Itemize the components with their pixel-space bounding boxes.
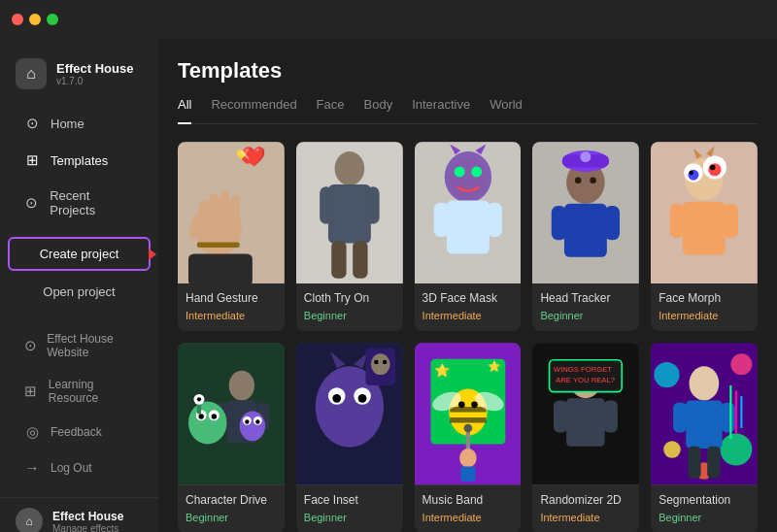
svg-text:💊: 💊 <box>236 149 253 165</box>
tab-all[interactable]: All <box>178 97 191 124</box>
template-name-hand-gesture: Hand Gesture <box>186 291 277 305</box>
sidebar-item-home[interactable]: ⊙ Home <box>8 106 151 141</box>
svg-point-106 <box>731 354 753 376</box>
svg-rect-5 <box>210 193 219 230</box>
svg-rect-14 <box>320 186 332 223</box>
tab-body[interactable]: Body <box>364 97 393 116</box>
sidebar-item-effect-house-website[interactable]: ⊙ Effect House Website <box>8 323 151 368</box>
svg-rect-99 <box>554 401 567 433</box>
minimize-button[interactable] <box>29 14 41 25</box>
svg-point-44 <box>690 171 693 175</box>
template-info-head-tracker: Head TrackerBeginner <box>532 283 639 331</box>
template-card-cloth-try-on[interactable]: Cloth Try OnBeginner <box>296 142 403 331</box>
svg-rect-100 <box>604 401 618 433</box>
sidebar-item-home-label: Home <box>51 116 84 131</box>
website-icon: ⊙ <box>23 337 37 354</box>
create-project-button[interactable]: Create project <box>8 237 151 271</box>
template-level-cloth-try-on: Beginner <box>304 310 395 321</box>
sidebar-item-log-out[interactable]: → Log Out <box>8 450 151 484</box>
feedback-icon: ◎ <box>23 423 41 441</box>
sidebar: ⌂ Effect House v1.7.0 ⊙ Home ⊞ Templates… <box>0 39 158 532</box>
template-level-face-morph: Intermediate <box>659 310 750 321</box>
template-name-character-drive: Character Drive <box>186 493 277 507</box>
tab-world[interactable]: World <box>490 97 523 116</box>
template-thumbnail-face-inset <box>296 343 403 484</box>
svg-point-12 <box>334 151 364 185</box>
learning-resource-label: Learning Resource <box>49 378 135 405</box>
svg-point-110 <box>690 367 720 401</box>
svg-rect-9 <box>197 242 240 247</box>
effect-house-website-label: Effect House Website <box>47 332 135 359</box>
profile-text: Effect House Manage effects <box>52 510 123 533</box>
svg-rect-17 <box>353 241 367 278</box>
svg-point-52 <box>229 371 254 401</box>
tab-face[interactable]: Face <box>317 97 345 116</box>
templates-icon: ⊞ <box>23 151 41 169</box>
svg-point-74 <box>357 394 366 403</box>
svg-point-94 <box>459 449 477 468</box>
template-thumbnail-segmentation <box>651 343 758 484</box>
svg-rect-115 <box>707 447 720 479</box>
sidebar-bottom: ⊙ Effect House Website ⊞ Learning Resour… <box>0 315 158 493</box>
template-name-face-inset: Face Inset <box>304 493 395 507</box>
brand-name: Effect House <box>56 61 133 76</box>
svg-point-79 <box>374 360 378 364</box>
recent-icon: ⊙ <box>23 194 40 212</box>
template-info-3d-face-mask: 3D Face MaskIntermediate <box>415 283 522 331</box>
template-level-character-drive: Beginner <box>186 512 277 523</box>
svg-point-32 <box>581 151 591 162</box>
template-thumbnail-character-drive <box>178 343 285 484</box>
template-level-randomizer-2d: Intermediate <box>540 512 631 523</box>
traffic-lights <box>12 14 58 25</box>
svg-rect-112 <box>673 403 687 433</box>
svg-point-91 <box>463 424 472 433</box>
svg-point-89 <box>471 402 478 409</box>
sidebar-item-feedback[interactable]: ◎ Feedback <box>8 415 151 449</box>
svg-rect-37 <box>605 206 620 240</box>
learning-icon: ⊞ <box>23 382 39 400</box>
profile-name: Effect House <box>52 510 123 523</box>
open-project-button[interactable]: Open project <box>8 277 151 307</box>
template-card-randomizer-2d[interactable]: WINGS FORGET ARE YOU REAL? Randomizer 2D… <box>532 343 639 532</box>
template-name-3d-face-mask: 3D Face Mask <box>422 291 514 305</box>
template-thumbnail-music-band: ⭐ ⭐ <box>415 343 522 484</box>
brand-section: ⌂ Effect House v1.7.0 <box>0 50 158 105</box>
svg-rect-114 <box>689 447 701 479</box>
svg-rect-7 <box>231 195 240 230</box>
svg-point-20 <box>444 151 490 203</box>
sidebar-nav: ⊙ Home ⊞ Templates ⊙ Recent Projects Cre… <box>0 105 158 532</box>
svg-text:WINGS FORGET: WINGS FORGET <box>554 365 612 374</box>
sidebar-item-learning-resource[interactable]: ⊞ Learning Resource <box>8 369 151 414</box>
template-card-segmentation[interactable]: SegmentationBeginner <box>651 343 758 532</box>
profile-subtitle: Manage effects <box>52 523 123 533</box>
template-info-randomizer-2d: Randomizer 2DIntermediate <box>532 485 639 532</box>
template-card-face-morph[interactable]: Face MorphIntermediate <box>651 142 758 331</box>
template-card-face-inset[interactable]: Face InsetBeginner <box>296 343 403 532</box>
sidebar-item-templates[interactable]: ⊞ Templates <box>8 143 151 178</box>
template-level-face-inset: Beginner <box>304 512 395 523</box>
template-card-character-drive[interactable]: Character DriveBeginner <box>178 343 285 532</box>
maximize-button[interactable] <box>47 14 58 25</box>
tab-interactive[interactable]: Interactive <box>412 97 470 116</box>
template-card-head-tracker[interactable]: Head TrackerBeginner <box>532 142 639 331</box>
svg-point-21 <box>454 166 464 177</box>
close-button[interactable] <box>12 14 23 25</box>
svg-rect-26 <box>433 203 448 237</box>
svg-point-56 <box>188 402 227 445</box>
template-name-head-tracker: Head Tracker <box>540 291 631 305</box>
svg-point-59 <box>198 415 203 419</box>
svg-point-43 <box>708 163 721 176</box>
tab-recommended[interactable]: Recommended <box>211 97 296 116</box>
template-info-segmentation: SegmentationBeginner <box>651 485 758 532</box>
template-info-character-drive: Character DriveBeginner <box>178 485 285 532</box>
template-card-music-band[interactable]: ⭐ ⭐ Music BandIntermediate <box>415 343 522 532</box>
template-card-hand-gesture[interactable]: ❤️ 💊 Hand GestureIntermediate <box>178 142 285 331</box>
home-icon: ⊙ <box>23 115 41 132</box>
svg-rect-16 <box>331 241 346 278</box>
sidebar-item-recent-projects[interactable]: ⊙ Recent Projects <box>8 180 151 226</box>
svg-rect-6 <box>220 191 229 231</box>
template-thumbnail-face-morph <box>651 142 758 283</box>
filter-tabs: All Recommended Face Body Interactive Wo… <box>178 97 758 124</box>
svg-point-60 <box>212 415 217 419</box>
template-card-3d-face-mask[interactable]: 3D Face MaskIntermediate <box>415 142 522 331</box>
